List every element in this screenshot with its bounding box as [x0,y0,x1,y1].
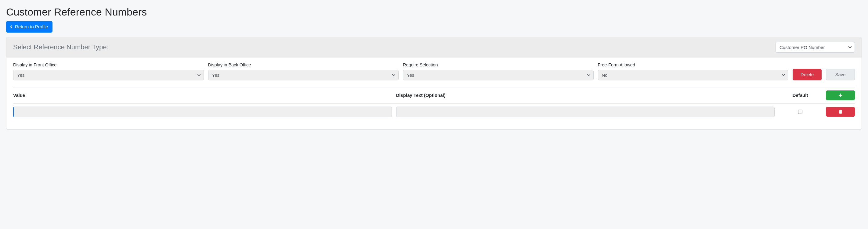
require-selection-label: Require Selection [403,63,594,67]
options-row: Display in Front Office Yes Display in B… [13,63,855,80]
col-header-default: Default [779,92,822,98]
display-back-office-field: Display in Back Office Yes [208,63,399,80]
reference-type-select[interactable]: Customer PO Number [776,42,855,53]
plus-icon [838,93,843,98]
col-header-display-text: Display Text (Optional) [396,92,775,98]
display-back-office-select[interactable]: Yes [208,70,399,80]
values-table: Value Display Text (Optional) Default [13,87,855,120]
chevron-left-icon [10,25,13,28]
panel-header: Select Reference Number Type: Customer P… [6,37,862,58]
page-title: Customer Reference Numbers [6,6,862,18]
delete-button[interactable]: Delete [793,69,822,80]
delete-row-button[interactable] [826,107,855,117]
table-row [13,104,855,120]
trash-icon [838,110,843,114]
freeform-allowed-label: Free-Form Allowed [598,63,789,67]
default-checkbox[interactable] [798,110,802,114]
col-header-action [826,90,855,100]
freeform-allowed-select[interactable]: No [598,70,789,80]
svg-rect-2 [839,111,842,114]
display-back-office-label: Display in Back Office [208,63,399,67]
svg-rect-3 [839,110,842,111]
display-front-office-field: Display in Front Office Yes [13,63,204,80]
add-row-button[interactable] [826,90,855,100]
require-selection-select[interactable]: Yes [403,70,594,80]
panel-header-title: Select Reference Number Type: [13,43,108,51]
table-header-row: Value Display Text (Optional) Default [13,87,855,104]
panel-body: Display in Front Office Yes Display in B… [6,58,862,129]
display-front-office-label: Display in Front Office [13,63,204,67]
freeform-allowed-field: Free-Form Allowed No [598,63,789,80]
return-to-profile-button[interactable]: Return to Profile [6,21,53,33]
value-input[interactable] [13,107,392,117]
form-actions: Delete Save [793,69,855,80]
require-selection-field: Require Selection Yes [403,63,594,80]
svg-rect-4 [840,110,841,111]
reference-numbers-panel: Select Reference Number Type: Customer P… [6,37,862,130]
display-front-office-select[interactable]: Yes [13,70,204,80]
display-text-input[interactable] [396,107,775,117]
return-to-profile-label: Return to Profile [15,24,48,30]
col-header-value: Value [13,92,392,98]
save-button[interactable]: Save [826,69,855,80]
